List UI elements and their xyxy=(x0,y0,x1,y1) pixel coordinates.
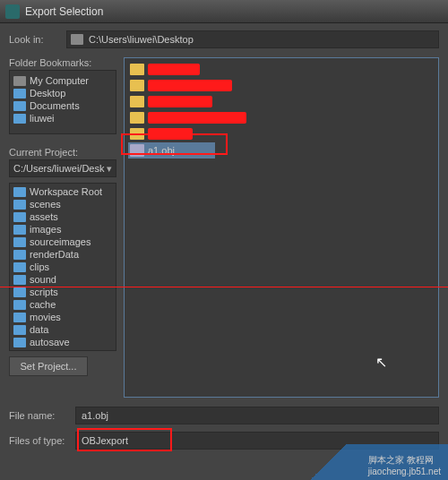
tree-item[interactable]: cache xyxy=(12,298,114,311)
current-project-title: Current Project: xyxy=(9,147,116,158)
tree-item[interactable]: images xyxy=(12,223,114,236)
redacted-text xyxy=(148,96,212,107)
folder-icon xyxy=(130,64,144,75)
redacted-text xyxy=(148,64,200,75)
lookin-label: Look in: xyxy=(9,34,59,45)
folder-icon xyxy=(13,325,26,335)
watermark-line1: 脚本之家 教程网 xyxy=(368,454,441,467)
tree-item[interactable]: autosave xyxy=(12,336,114,348)
file-list-pane[interactable]: a1.obj ↖ xyxy=(124,57,439,398)
current-project-dropdown[interactable]: C:/Users/liuwei/Desk ▾ xyxy=(9,159,116,177)
folder-icon xyxy=(13,212,26,222)
tree-item-label: scripts xyxy=(30,287,58,297)
project-tree[interactable]: Workspace Rootscenesassetsimagessourceim… xyxy=(9,183,116,351)
redacted-text xyxy=(148,112,246,124)
folder-icon xyxy=(130,80,144,91)
tree-item[interactable]: scripts xyxy=(12,286,114,298)
set-project-button[interactable]: Set Project... xyxy=(9,356,88,376)
lookin-path-text: C:\Users\liuwei\Desktop xyxy=(89,34,194,45)
folder-icon xyxy=(13,114,26,124)
tree-item[interactable]: sourceimages xyxy=(12,236,114,248)
file-row-redacted[interactable] xyxy=(128,94,435,109)
lookin-path-field[interactable]: C:\Users\liuwei\Desktop xyxy=(66,30,439,48)
folder-icon xyxy=(13,275,26,285)
bookmark-my-computer[interactable]: My Computer xyxy=(12,74,114,87)
file-name-text: a1.obj xyxy=(148,145,175,156)
filename-label: File name: xyxy=(9,410,68,421)
filename-value: a1.obj xyxy=(82,410,108,421)
current-project-path: C:/Users/liuwei/Desk xyxy=(13,163,104,174)
tree-item[interactable]: movies xyxy=(12,311,114,323)
tree-item-label: Workspace Root xyxy=(30,186,102,197)
tree-item-label: cache xyxy=(30,299,56,310)
watermark: 脚本之家 教程网 jiaocheng.jb51.net xyxy=(287,444,448,480)
tree-item-label: sound xyxy=(30,274,56,285)
annotation-line xyxy=(0,287,448,287)
bookmark-label: My Computer xyxy=(30,75,89,86)
file-row-redacted[interactable] xyxy=(128,62,435,77)
folder-icon xyxy=(13,200,26,210)
tree-item-label: movies xyxy=(30,312,61,322)
tree-item-label: scenes xyxy=(30,199,61,210)
bookmark-label: Documents xyxy=(30,100,80,111)
bookmark-label: Desktop xyxy=(30,88,65,99)
lookin-row: Look in: C:\Users\liuwei\Desktop xyxy=(9,30,439,48)
folder-icon xyxy=(13,313,26,322)
file-row-redacted[interactable] xyxy=(128,110,435,125)
tree-item-label: autosave xyxy=(30,337,70,347)
tree-item[interactable]: scenes xyxy=(12,198,114,210)
tree-item[interactable]: data xyxy=(12,323,114,336)
filetype-label: Files of type: xyxy=(9,435,68,446)
file-row-redacted[interactable] xyxy=(128,126,435,141)
drive-icon xyxy=(71,34,83,45)
tree-item[interactable]: sound xyxy=(12,273,114,286)
filename-input[interactable]: a1.obj xyxy=(75,407,439,424)
folder-icon xyxy=(13,187,26,197)
redacted-text xyxy=(148,80,232,91)
bottom-section: File name: a1.obj Files of type: OBJexpo… xyxy=(9,407,439,450)
folder-icon xyxy=(13,300,26,310)
dialog-body: Look in: C:\Users\liuwei\Desktop Folder … xyxy=(0,23,448,480)
folder-icon xyxy=(13,101,26,111)
tree-item[interactable]: renderData xyxy=(12,248,114,261)
tree-item[interactable]: clips xyxy=(12,261,114,273)
file-row-redacted[interactable] xyxy=(128,78,435,93)
mid-area: Folder Bookmarks: My Computer Desktop Do… xyxy=(9,57,439,398)
tree-item-label: sourceimages xyxy=(30,236,90,247)
tree-item-label: data xyxy=(30,324,48,335)
left-column: Folder Bookmarks: My Computer Desktop Do… xyxy=(9,57,116,398)
bookmark-documents[interactable]: Documents xyxy=(12,99,114,112)
mouse-cursor: ↖ xyxy=(375,354,387,371)
tree-item-label: clips xyxy=(30,261,49,272)
tree-item-label: images xyxy=(30,224,61,235)
filetype-value: OBJexport xyxy=(82,435,128,446)
obj-file-icon xyxy=(130,144,144,157)
folder-icon xyxy=(130,112,144,124)
titlebar: Export Selection xyxy=(0,0,448,23)
folder-bookmarks-title: Folder Bookmarks: xyxy=(9,57,116,68)
tree-item-label: renderData xyxy=(30,249,79,260)
folder-icon xyxy=(13,237,26,247)
app-icon xyxy=(5,4,20,19)
file-row-selected[interactable]: a1.obj xyxy=(128,142,215,159)
folder-icon xyxy=(13,262,26,272)
current-project-section: Current Project: C:/Users/liuwei/Desk ▾ … xyxy=(9,147,116,351)
tree-item[interactable]: assets xyxy=(12,210,114,223)
folder-icon xyxy=(13,225,26,235)
tree-item[interactable]: Workspace Root xyxy=(12,185,114,198)
monitor-icon xyxy=(13,76,26,86)
window-title: Export Selection xyxy=(25,5,103,18)
folder-icon xyxy=(13,287,26,297)
folder-bookmarks-list[interactable]: My Computer Desktop Documents liuwei xyxy=(9,70,116,134)
redacted-text xyxy=(148,128,193,140)
set-project-label: Set Project... xyxy=(21,361,77,372)
bookmark-liuwei[interactable]: liuwei xyxy=(12,112,114,124)
folder-icon xyxy=(130,96,144,107)
chevron-down-icon: ▾ xyxy=(107,163,112,175)
watermark-line2: jiaocheng.jb51.net xyxy=(368,467,441,476)
filename-row: File name: a1.obj xyxy=(9,407,439,424)
folder-icon xyxy=(13,250,26,260)
bookmark-desktop[interactable]: Desktop xyxy=(12,87,114,99)
folder-icon xyxy=(130,128,144,140)
tree-item-label: assets xyxy=(30,211,58,222)
